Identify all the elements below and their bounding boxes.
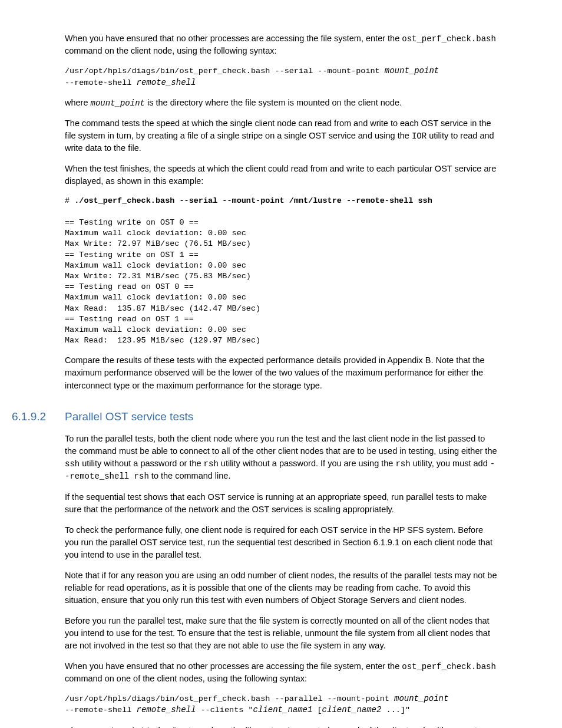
inline-code: rsh	[395, 459, 410, 469]
inline-code: ost_perf_check.bash	[402, 662, 496, 671]
inline-code: ssh	[65, 459, 80, 469]
code-param: mount_point	[394, 694, 448, 703]
output-text: == Testing write on OST 0 == Maximum wal…	[65, 218, 260, 345]
code-text: ...]"	[381, 706, 410, 714]
paragraph: When the test finishes, the speeds at wh…	[65, 163, 497, 187]
paragraph: When you have ensured that no other proc…	[65, 660, 497, 685]
code-text: --remote-shell	[65, 706, 137, 714]
paragraph: When you have ensured that no other proc…	[65, 32, 497, 57]
inline-code: mount_point	[91, 726, 145, 728]
text: command on one of the client nodes, usin…	[65, 674, 307, 683]
code-param: client_name2	[322, 705, 382, 714]
section-number: 6.1.9.2	[12, 409, 65, 425]
text: utility without a password. If you are u…	[219, 459, 396, 468]
prompt: #	[65, 196, 74, 205]
code-text: --remote-shell	[65, 78, 137, 87]
text: When you have ensured that no other proc…	[65, 34, 402, 43]
text: To run the parallel tests, both the clie…	[65, 434, 497, 456]
paragraph: Compare the results of these tests with …	[65, 354, 497, 391]
text: to the command line.	[149, 471, 231, 480]
inline-code: mount_point	[91, 98, 145, 108]
paragraph: If the sequential test shows that each O…	[65, 491, 497, 516]
section-heading: 6.1.9.2 Parallel OST service tests	[65, 409, 497, 425]
paragraph: The command tests the speed at which the…	[65, 117, 497, 154]
paragraph: To check the performance fully, one clie…	[65, 524, 497, 561]
paragraph: To run the parallel tests, both the clie…	[65, 433, 497, 483]
text: When you have ensured that no other proc…	[65, 661, 402, 671]
code-param: remote_shell	[137, 78, 196, 87]
code-text: --clients "	[196, 706, 253, 714]
inline-code: rsh	[204, 459, 219, 469]
text: where	[65, 98, 91, 107]
text: utility, you must add	[411, 459, 490, 468]
text: is the directory where the file system i…	[145, 98, 402, 107]
inline-code: ost_perf_check.bash	[402, 34, 496, 44]
section-title: Parallel OST service tests	[65, 409, 193, 425]
paragraph: where mount_point is the directory where…	[65, 97, 497, 109]
code-text: /usr/opt/hpls/diags/bin/ost_perf_check.b…	[65, 694, 394, 703]
code-param: remote_shell	[137, 705, 196, 714]
inline-code: IOR	[412, 131, 427, 141]
text: where	[65, 726, 91, 728]
code-text: [	[312, 706, 322, 714]
paragraph: where mount_point is the directory where…	[65, 724, 497, 728]
code-text: /usr/opt/hpls/diags/bin/ost_perf_check.b…	[65, 67, 385, 75]
code-param: mount_point	[385, 66, 439, 75]
example-output: # ./ost_perf_check.bash --serial --mount…	[65, 196, 497, 346]
text: utility without a password or the	[80, 459, 203, 468]
text: command on the client node, using the fo…	[65, 46, 277, 55]
paragraph: Note that if for any reason you are usin…	[65, 569, 497, 607]
code-block: /usr/opt/hpls/diags/bin/ost_perf_check.b…	[65, 65, 497, 88]
code-block: /usr/opt/hpls/diags/bin/ost_perf_check.b…	[65, 693, 497, 716]
code-param: client_name1	[253, 705, 313, 714]
command: ./ost_perf_check.bash --serial --mount-p…	[74, 196, 432, 205]
paragraph: Before you run the parallel test, make s…	[65, 615, 497, 652]
